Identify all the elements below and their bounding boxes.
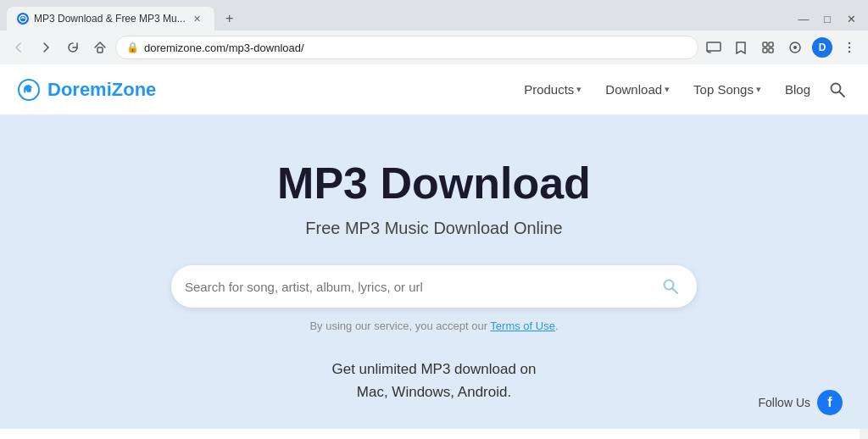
svg-rect-5 (763, 48, 767, 53)
tab-title: MP3 Download & Free MP3 Mu... (34, 13, 186, 25)
search-submit-button[interactable] (658, 274, 683, 299)
window-controls: — □ ✕ (793, 8, 868, 29)
title-bar: MP3 Download & Free MP3 Mu... ✕ + — □ ✕ (0, 0, 868, 31)
svg-point-10 (849, 47, 850, 48)
logo-area[interactable]: DoremiZone (17, 78, 156, 102)
nav-products-label: Products (524, 82, 574, 97)
svg-point-9 (849, 42, 850, 44)
browser-toolbar: 🔒 doremizone.com/mp3-download/ D (0, 31, 868, 64)
svg-line-15 (840, 92, 845, 97)
site-content: ❯ DoremiZone Products ▾ Download ▾ Top (0, 64, 868, 439)
follow-us-area: Follow Us f (759, 390, 843, 415)
svg-rect-2 (707, 42, 721, 51)
close-button[interactable]: ✕ (841, 8, 861, 29)
url-display: doremizone.com/mp3-download/ (144, 42, 687, 54)
nav-blog-label: Blog (785, 82, 810, 97)
nav-item-products[interactable]: Products ▾ (514, 77, 592, 102)
logo-text: DoremiZone (47, 79, 156, 101)
promo-line1: Get unlimited MP3 download on (332, 361, 537, 377)
promo-line2: Mac, Windows, Android. (357, 384, 511, 400)
top-songs-chevron-icon: ▾ (756, 84, 761, 95)
active-tab[interactable]: MP3 Download & Free MP3 Mu... ✕ (7, 7, 214, 31)
terms-suffix: . (555, 320, 559, 332)
lock-icon: 🔒 (126, 42, 139, 53)
search-input[interactable] (185, 280, 658, 294)
profile-button[interactable]: D (810, 36, 834, 59)
profile-avatar: D (812, 37, 832, 58)
cast-button[interactable] (702, 36, 726, 59)
svg-rect-1 (97, 47, 103, 53)
hero-subtitle: Free MP3 Music Download Online (305, 219, 562, 238)
svg-point-8 (793, 46, 797, 49)
hero-section: MP3 Download Free MP3 Music Download Onl… (0, 115, 868, 429)
back-button[interactable] (7, 36, 31, 59)
svg-point-13 (26, 87, 31, 92)
reload-button[interactable] (61, 36, 85, 59)
menu-button[interactable] (837, 36, 861, 59)
svg-rect-6 (769, 48, 773, 53)
terms-of-use-link[interactable]: Terms of Use (490, 320, 555, 332)
tab-area: MP3 Download & Free MP3 Mu... ✕ + (0, 7, 242, 31)
svg-point-14 (832, 83, 841, 92)
svg-rect-3 (763, 42, 767, 47)
search-box (171, 265, 697, 308)
new-tab-button[interactable]: + (218, 7, 242, 31)
home-button[interactable] (88, 36, 112, 59)
tab-favicon (17, 13, 29, 25)
products-chevron-icon: ▾ (576, 84, 581, 95)
terms-notice: By using our service, you accept our Ter… (309, 320, 558, 332)
nav-item-download[interactable]: Download ▾ (595, 77, 680, 102)
nav-top-songs-label: Top Songs (693, 82, 754, 97)
promo-text: Get unlimited MP3 download on Mac, Windo… (332, 358, 537, 403)
facebook-follow-button[interactable]: f (817, 390, 843, 415)
logo-icon (17, 78, 41, 102)
forward-button[interactable] (34, 36, 58, 59)
hero-title: MP3 Download (277, 158, 591, 208)
svg-rect-4 (769, 42, 773, 47)
nav-item-top-songs[interactable]: Top Songs ▾ (683, 77, 771, 102)
svg-line-17 (673, 289, 678, 294)
nav-download-label: Download (605, 82, 662, 97)
nav-item-blog[interactable]: Blog (775, 77, 821, 102)
toolbar-right: D (702, 36, 861, 59)
extension-button[interactable] (756, 36, 780, 59)
media-button[interactable] (783, 36, 807, 59)
tab-close-button[interactable]: ✕ (191, 12, 204, 25)
address-bar[interactable]: 🔒 doremizone.com/mp3-download/ (115, 36, 698, 59)
nav-menu: Products ▾ Download ▾ Top Songs ▾ Blog (514, 76, 851, 103)
browser-chrome: MP3 Download & Free MP3 Mu... ✕ + — □ ✕ … (0, 0, 868, 64)
terms-prefix: By using our service, you accept our (309, 320, 490, 332)
download-chevron-icon: ▾ (665, 84, 670, 95)
svg-point-11 (849, 51, 850, 53)
bookmark-button[interactable] (729, 36, 753, 59)
nav-search-button[interactable] (824, 76, 851, 103)
minimize-button[interactable]: — (793, 8, 814, 29)
maximize-button[interactable]: □ (817, 8, 837, 29)
follow-us-label: Follow Us (759, 396, 810, 409)
site-navbar: DoremiZone Products ▾ Download ▾ Top Son… (0, 64, 868, 115)
